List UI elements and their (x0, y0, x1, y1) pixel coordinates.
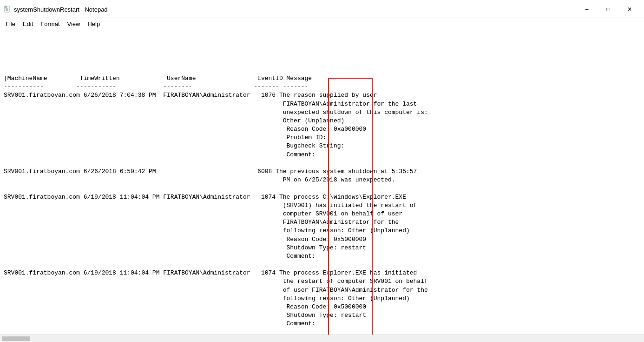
horizontal-scrollbar[interactable] (0, 335, 644, 342)
menu-bar: File Edit Format View Help (0, 18, 644, 30)
editor-content[interactable]: |MachineName TimeWritten UserName EventI… (0, 30, 644, 335)
menu-help[interactable]: Help (84, 20, 104, 28)
menu-edit[interactable]: Edit (19, 20, 37, 28)
title-bar-left: systemShutdownRestart - Notepad (4, 6, 108, 13)
app-icon (4, 6, 11, 13)
scrollbar-thumb[interactable] (2, 336, 30, 341)
menu-format[interactable]: Format (37, 20, 63, 28)
title-bar: systemShutdownRestart - Notepad – □ ✕ (0, 0, 644, 18)
window-title: systemShutdownRestart - Notepad (14, 6, 108, 13)
editor-container: |MachineName TimeWritten UserName EventI… (0, 30, 644, 335)
minimize-button[interactable]: – (576, 3, 598, 16)
window-controls: – □ ✕ (576, 3, 640, 16)
menu-file[interactable]: File (2, 20, 19, 28)
editor-inner: |MachineName TimeWritten UserName EventI… (4, 49, 640, 335)
maximize-button[interactable]: □ (598, 3, 619, 16)
scrollbar-track (2, 336, 642, 341)
menu-view[interactable]: View (64, 20, 84, 28)
close-button[interactable]: ✕ (619, 3, 640, 16)
svg-rect-1 (5, 6, 7, 8)
selection-box (328, 78, 373, 335)
cursor: | (4, 75, 7, 82)
